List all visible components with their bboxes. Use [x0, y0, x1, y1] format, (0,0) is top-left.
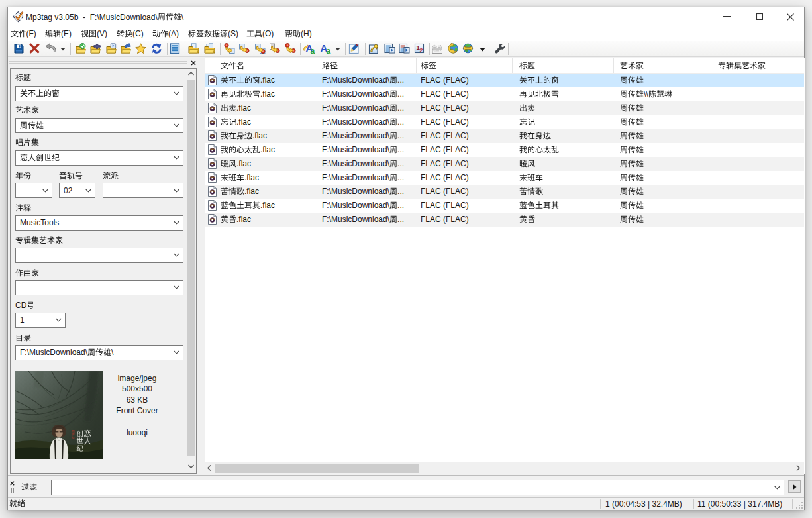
svg-text:a: a: [311, 46, 315, 55]
svg-text:a: a: [327, 46, 331, 55]
svg-text:2: 2: [419, 46, 423, 54]
